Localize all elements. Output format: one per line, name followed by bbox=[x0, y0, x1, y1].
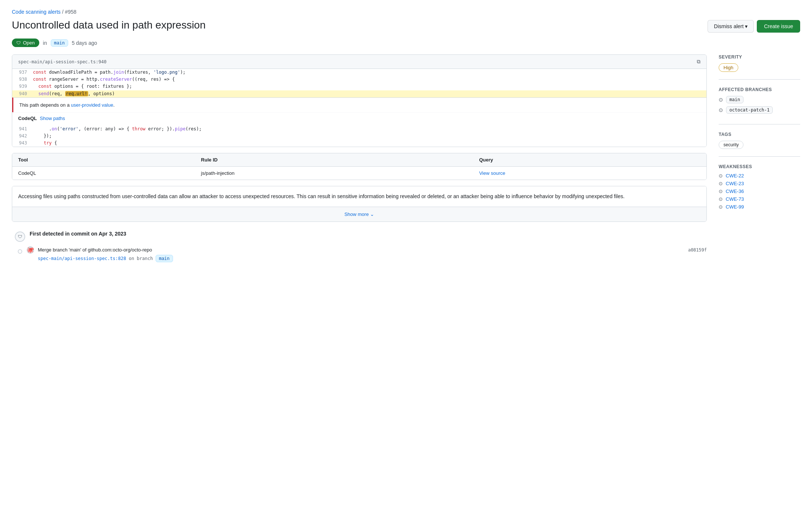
code-panel-header: spec-main/api-session-spec.ts:940 ⧉ bbox=[12, 55, 706, 69]
timeline-detected-label: First detected in commit on Apr 3, 2023 bbox=[30, 231, 707, 237]
codeql-row: CodeQL Show paths bbox=[12, 112, 706, 126]
tool-name: CodeQL bbox=[12, 167, 195, 180]
timeline-item-detected: 🛡 First detected in commit on Apr 3, 202… bbox=[15, 231, 707, 242]
commit-branch-pill: main bbox=[156, 255, 173, 262]
query-link[interactable]: View source bbox=[473, 167, 706, 180]
table-row: 938 const rangeServer = http.createServe… bbox=[12, 76, 706, 83]
show-more-row[interactable]: Show more ⌄ bbox=[12, 207, 706, 221]
weakness-link-73[interactable]: CWE-73 bbox=[726, 196, 744, 202]
weakness-link-99[interactable]: CWE-99 bbox=[726, 204, 744, 210]
chevron-down-icon: ▾ bbox=[745, 23, 748, 29]
create-issue-label: Create issue bbox=[764, 23, 793, 29]
status-badge: 🛡 Open bbox=[12, 39, 39, 47]
line-code: }); bbox=[31, 133, 706, 140]
timeline-dot bbox=[18, 249, 22, 254]
branch-shield-icon-2: ⊙ bbox=[719, 107, 723, 113]
info-table: Tool Rule ID Query CodeQL js/path-inject… bbox=[12, 153, 706, 180]
main-layout: spec-main/api-session-spec.ts:940 ⧉ 937 … bbox=[12, 54, 800, 266]
code-table-after: 941 .on('error', (error: any) => { throw… bbox=[12, 126, 706, 147]
sidebar-tags-section: Tags security bbox=[719, 132, 800, 157]
tool-info-panel: Tool Rule ID Query CodeQL js/path-inject… bbox=[12, 153, 707, 180]
show-more-link[interactable]: Show more ⌄ bbox=[18, 211, 700, 217]
avatar-emoji: 🐙 bbox=[27, 246, 34, 253]
avatar: 🐙 bbox=[27, 246, 34, 254]
weakness-cwe23[interactable]: ⊙ CWE-23 bbox=[719, 181, 800, 186]
status-branch: main bbox=[51, 39, 68, 47]
commit-hash: a08159f bbox=[688, 247, 707, 253]
weakness-link-23[interactable]: CWE-23 bbox=[726, 181, 744, 186]
breadcrumb: Code scanning alerts / #958 bbox=[12, 9, 800, 15]
branch-shield-icon: ⊙ bbox=[719, 97, 723, 103]
file-path: spec-main/api-session-spec.ts:940 bbox=[18, 59, 106, 64]
rule-id: js/path-injection bbox=[195, 167, 473, 180]
table-row: 939 const options = { root: fixtures }; bbox=[12, 83, 706, 90]
branch-name-patch: octocat-patch-1 bbox=[726, 106, 773, 114]
status-label: Open bbox=[23, 40, 35, 46]
codeql-label: CodeQL bbox=[18, 116, 37, 121]
commit-message-link[interactable]: Merge branch 'main' of github.com:octo-o… bbox=[38, 247, 152, 253]
timeline-content: First detected in commit on Apr 3, 2023 bbox=[30, 231, 707, 238]
table-header-row: Tool Rule ID Query bbox=[12, 153, 706, 167]
show-more-label: Show more bbox=[345, 211, 369, 217]
line-number: 940 bbox=[12, 90, 31, 97]
user-provided-link[interactable]: user-provided value bbox=[71, 102, 113, 108]
dismiss-alert-button[interactable]: Dismiss alert ▾ bbox=[708, 20, 754, 33]
weakness-cwe99[interactable]: ⊙ CWE-99 bbox=[719, 204, 800, 210]
timeline-shield-icon: 🛡 bbox=[15, 231, 25, 242]
header-actions: Dismiss alert ▾ Create issue bbox=[708, 20, 800, 33]
view-source-link[interactable]: View source bbox=[479, 170, 505, 176]
weakness-shield-icon: ⊙ bbox=[719, 181, 723, 186]
breadcrumb-link[interactable]: Code scanning alerts bbox=[12, 9, 61, 15]
tool-row: CodeQL js/path-injection View source bbox=[12, 167, 706, 180]
col-query: Query bbox=[473, 153, 706, 167]
sidebar-branches-section: Affected branches ⊙ main ⊙ octocat-patch… bbox=[719, 87, 800, 124]
description-panel: Accessing files using paths constructed … bbox=[12, 186, 707, 221]
create-issue-button[interactable]: Create issue bbox=[757, 20, 800, 33]
line-number: 941 bbox=[12, 126, 31, 133]
line-code: const rangeServer = http.createServer((r… bbox=[31, 76, 706, 83]
alert-message: This path depends on a user-provided val… bbox=[12, 97, 706, 112]
line-code: const downloadFilePath = path.join(fixtu… bbox=[31, 69, 706, 76]
line-code: try { bbox=[31, 140, 706, 147]
status-row: 🛡 Open in main 5 days ago bbox=[12, 39, 800, 47]
sidebar-severity-section: Severity High bbox=[719, 54, 800, 80]
tags-label: Tags bbox=[719, 132, 800, 137]
description-text: Accessing files using paths constructed … bbox=[12, 186, 706, 207]
line-number: 937 bbox=[12, 69, 31, 76]
weakness-link-22[interactable]: CWE-22 bbox=[726, 173, 744, 179]
status-branch-prefix: in bbox=[43, 40, 47, 46]
copy-icon[interactable]: ⧉ bbox=[697, 59, 700, 65]
line-number: 943 bbox=[12, 140, 31, 147]
breadcrumb-issue-number: #958 bbox=[65, 9, 76, 15]
severity-badge: High bbox=[719, 63, 738, 72]
weaknesses-label: Weaknesses bbox=[719, 164, 800, 169]
weakness-link-36[interactable]: CWE-36 bbox=[726, 189, 744, 194]
code-table: 937 const downloadFilePath = path.join(f… bbox=[12, 69, 706, 97]
table-row: 937 const downloadFilePath = path.join(f… bbox=[12, 69, 706, 76]
timeline-commit-content: 🐙 Merge branch 'main' of github.com:octo… bbox=[27, 246, 707, 261]
table-row-highlight: 940 send(req, req.url!, options) bbox=[12, 90, 706, 97]
shield-icon: 🛡 bbox=[16, 40, 21, 46]
show-paths-link[interactable]: Show paths bbox=[40, 116, 65, 121]
table-row: 943 try { bbox=[12, 140, 706, 147]
weakness-cwe36[interactable]: ⊙ CWE-36 bbox=[719, 189, 800, 194]
line-code: .on('error', (error: any) => { throw err… bbox=[31, 126, 706, 133]
sidebar-weaknesses-section: Weaknesses ⊙ CWE-22 ⊙ CWE-23 ⊙ CWE-36 ⊙ … bbox=[719, 164, 800, 219]
line-number: 942 bbox=[12, 133, 31, 140]
line-number: 938 bbox=[12, 76, 31, 83]
branch-item-patch: ⊙ octocat-patch-1 bbox=[719, 106, 800, 114]
line-code: const options = { root: fixtures }; bbox=[31, 83, 706, 90]
on-branch-label: on branch bbox=[129, 256, 156, 261]
weakness-cwe22[interactable]: ⊙ CWE-22 bbox=[719, 173, 800, 179]
weakness-shield-icon: ⊙ bbox=[719, 196, 723, 202]
timeline-item-commit: 🐙 Merge branch 'main' of github.com:octo… bbox=[15, 246, 707, 261]
dismiss-alert-label: Dismiss alert bbox=[714, 23, 743, 29]
line-code: send(req, req.url!, options) bbox=[31, 90, 706, 97]
col-rule-id: Rule ID bbox=[195, 153, 473, 167]
commit-row: 🐙 Merge branch 'main' of github.com:octo… bbox=[27, 246, 707, 254]
table-row: 942 }); bbox=[12, 133, 706, 140]
weakness-cwe73[interactable]: ⊙ CWE-73 bbox=[719, 196, 800, 202]
commit-file-link[interactable]: spec-main/api-session-spec.ts:828 bbox=[38, 256, 126, 261]
status-time: 5 days ago bbox=[72, 40, 97, 46]
tag-pill: security bbox=[719, 141, 743, 149]
